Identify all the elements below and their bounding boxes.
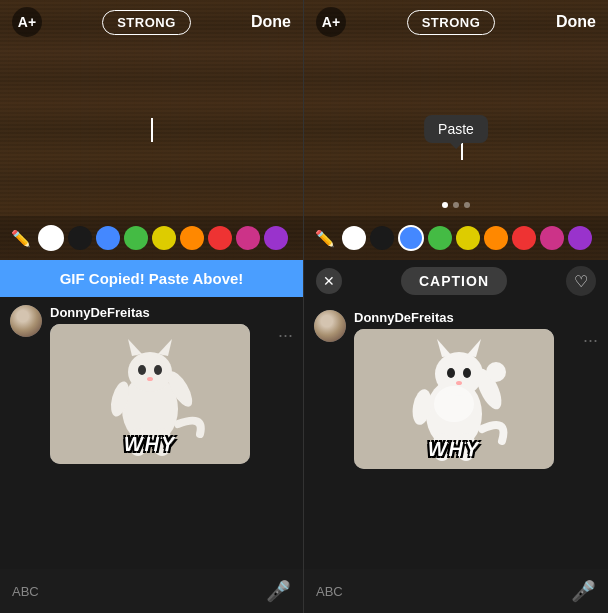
heart-icon: ♡ <box>574 272 588 291</box>
right-gif-container: WHY <box>354 329 554 469</box>
left-message-content: DonnyDeFreitas <box>50 305 293 464</box>
left-color-purple[interactable] <box>264 226 288 250</box>
left-top-bar: A+ STRONG Done <box>0 0 303 44</box>
svg-point-18 <box>463 368 471 378</box>
left-keyboard-bar: ABC 🎤 <box>0 569 303 613</box>
right-color-pink[interactable] <box>540 226 564 250</box>
left-editor-area: A+ STRONG Done ✏️ <box>0 0 303 260</box>
left-message-item: DonnyDeFreitas <box>10 305 293 464</box>
svg-point-5 <box>138 365 146 375</box>
right-color-yellow[interactable] <box>456 226 480 250</box>
svg-point-17 <box>447 368 455 378</box>
right-dot-2 <box>453 202 459 208</box>
right-message-content: DonnyDeFreitas <box>354 310 598 469</box>
right-done-button[interactable]: Done <box>556 13 596 31</box>
right-panel: A+ STRONG Done Paste ✏️ <box>304 0 608 613</box>
left-avatar <box>10 305 42 337</box>
right-mic-icon: 🎤 <box>571 580 596 602</box>
right-color-bar: ✏️ <box>304 216 608 260</box>
gif-copied-banner: GIF Copied! Paste Above! <box>0 260 303 297</box>
right-color-blue[interactable] <box>398 225 424 251</box>
left-username: DonnyDeFreitas <box>50 305 293 320</box>
right-message-item: DonnyDeFreitas <box>314 310 598 469</box>
right-top-bar: A+ STRONG Done <box>304 0 608 44</box>
right-color-red[interactable] <box>512 226 536 250</box>
left-color-bar: ✏️ <box>0 216 303 260</box>
left-mic-button[interactable]: 🎤 <box>266 579 291 603</box>
right-color-black[interactable] <box>370 226 394 250</box>
left-cat-gif: WHY <box>50 324 250 464</box>
left-color-black[interactable] <box>68 226 92 250</box>
close-button[interactable]: ✕ <box>316 268 342 294</box>
left-message-dots-button[interactable]: ··· <box>278 325 293 346</box>
right-abc-label: ABC <box>316 584 343 599</box>
right-color-white[interactable] <box>342 226 366 250</box>
right-pen-icon[interactable]: ✏️ <box>312 225 338 251</box>
svg-point-2 <box>128 352 172 392</box>
left-panel: A+ STRONG Done ✏️ GIF Copied! Past <box>0 0 304 613</box>
right-avatar <box>314 310 346 342</box>
left-text-size-label: A+ <box>18 14 36 30</box>
left-why-text: WHY <box>50 433 250 456</box>
svg-point-19 <box>456 381 462 385</box>
svg-point-7 <box>147 377 153 381</box>
left-color-pink[interactable] <box>236 226 260 250</box>
right-keyboard-bar: ABC 🎤 <box>304 569 608 613</box>
left-text-cursor <box>151 118 153 142</box>
svg-point-25 <box>434 386 474 422</box>
close-icon: ✕ <box>323 273 335 289</box>
left-color-white[interactable] <box>38 225 64 251</box>
right-color-purple[interactable] <box>568 226 592 250</box>
left-color-red[interactable] <box>208 226 232 250</box>
right-dots-indicator <box>304 202 608 208</box>
right-color-green[interactable] <box>428 226 452 250</box>
left-pen-icon[interactable]: ✏️ <box>8 225 34 251</box>
left-color-blue[interactable] <box>96 226 120 250</box>
right-username: DonnyDeFreitas <box>354 310 598 325</box>
right-style-pill[interactable]: STRONG <box>407 10 496 35</box>
caption-bar: ✕ CAPTION ♡ <box>304 260 608 302</box>
right-cat-gif: WHY <box>354 329 554 469</box>
right-message-dots-button[interactable]: ··· <box>583 330 598 351</box>
left-style-pill[interactable]: STRONG <box>102 10 191 35</box>
left-content-area[interactable]: DonnyDeFreitas <box>0 297 303 569</box>
right-text-size-button[interactable]: A+ <box>316 7 346 37</box>
left-gif-container: WHY <box>50 324 250 464</box>
right-mic-button[interactable]: 🎤 <box>571 579 596 603</box>
right-dot-1 <box>442 202 448 208</box>
left-avatar-img <box>10 305 42 337</box>
right-dot-3 <box>464 202 470 208</box>
left-mic-icon: 🎤 <box>266 580 291 602</box>
left-done-button[interactable]: Done <box>251 13 291 31</box>
left-color-yellow[interactable] <box>152 226 176 250</box>
right-color-orange[interactable] <box>484 226 508 250</box>
svg-point-6 <box>154 365 162 375</box>
left-color-orange[interactable] <box>180 226 204 250</box>
left-text-size-button[interactable]: A+ <box>12 7 42 37</box>
right-content-area[interactable]: DonnyDeFreitas <box>304 302 608 569</box>
left-abc-label: ABC <box>12 584 39 599</box>
right-avatar-img <box>314 310 346 342</box>
left-color-green[interactable] <box>124 226 148 250</box>
right-text-size-label: A+ <box>322 14 340 30</box>
caption-pill[interactable]: CAPTION <box>401 267 507 295</box>
paste-tooltip[interactable]: Paste <box>424 115 488 143</box>
heart-button[interactable]: ♡ <box>566 266 596 296</box>
svg-point-21 <box>486 362 506 382</box>
right-editor-area: A+ STRONG Done Paste ✏️ <box>304 0 608 260</box>
right-why-text: WHY <box>354 438 554 461</box>
